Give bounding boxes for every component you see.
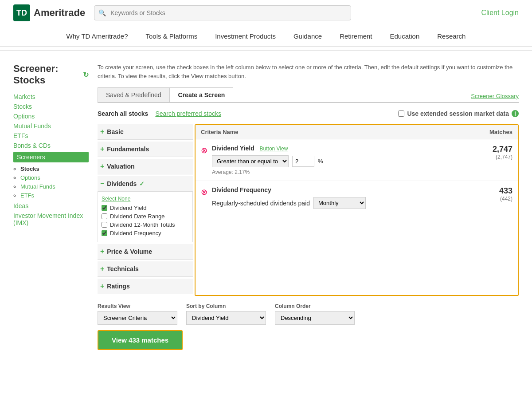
sidebar-item-stocks[interactable]: Stocks	[13, 103, 32, 110]
sidebar-item-etfs[interactable]: ETFs	[13, 132, 28, 139]
section-dividends-header[interactable]: − Dividends ✓	[98, 176, 193, 192]
page-title: Screener: Stocks ↻	[13, 63, 89, 86]
refresh-icon[interactable]: ↻	[83, 71, 89, 79]
nav-research[interactable]: Research	[437, 32, 466, 40]
dividend-frequency-checkbox[interactable]	[102, 230, 107, 236]
nav-why-td[interactable]: Why TD Ameritrade?	[66, 32, 128, 40]
sidebar-item-imx[interactable]: Investor Movement Index (IMX)	[13, 212, 83, 226]
sort-by-label: Sort by Column	[186, 303, 266, 309]
column-order-col: Column Order Descending Ascending	[275, 303, 355, 325]
section-valuation-header[interactable]: + Valuation	[98, 159, 193, 174]
search-bar[interactable]: 🔍	[94, 5, 351, 20]
sidebar-nav: Markets Stocks Options Mutual Funds ETFs…	[13, 93, 89, 226]
section-fundamentals: + Fundamentals	[98, 142, 193, 157]
dividend-frequency-select[interactable]: Monthly Quarterly Annually Semi-Annually	[313, 197, 366, 209]
sidebar-item-markets[interactable]: Markets	[13, 93, 35, 100]
expand-basic-icon: +	[100, 128, 104, 136]
section-technicals: + Technicals	[98, 261, 193, 277]
tab-create-screen[interactable]: Create a Screen	[170, 87, 234, 102]
content-area: Screener: Stocks ↻ Markets Stocks Option…	[0, 54, 532, 359]
section-price-volume-label: Price & Volume	[107, 248, 152, 255]
dividends-checked-icon: ✓	[139, 180, 145, 187]
dividend-yield-unit: %	[318, 158, 323, 165]
sort-by-col: Sort by Column Dividend Yield Dividend F…	[186, 303, 266, 325]
dividend-yield-value-input[interactable]	[292, 156, 314, 167]
section-valuation: + Valuation	[98, 159, 193, 174]
screener-layout: + Basic + Fundamentals + Valuation	[98, 124, 519, 296]
sidebar-sub-mutual-funds[interactable]: Mutual Funds	[20, 183, 55, 190]
dividend-yield-operator-select[interactable]: Greater than or equal to Less than or eq…	[212, 155, 289, 167]
header: TD Ameritrade 🔍 Client Login	[0, 0, 532, 26]
extended-session-checkbox[interactable]	[398, 110, 404, 117]
select-none-link[interactable]: Select None	[102, 196, 189, 202]
button-view-link[interactable]: Button View	[260, 146, 288, 152]
criteria-results-panel: Criteria Name Matches ⊗ Dividend Yield B…	[195, 124, 519, 296]
nav-investment[interactable]: Investment Products	[215, 32, 276, 40]
sidebar-item-ideas[interactable]: Ideas	[13, 202, 28, 209]
section-basic-label: Basic	[107, 128, 123, 135]
sidebar-item-bonds[interactable]: Bonds & CDs	[13, 142, 51, 149]
results-view-select[interactable]: Screener Criteria Summary Detailed	[98, 311, 177, 325]
checkbox-dividend-date-range: Dividend Date Range	[102, 213, 189, 220]
expand-ratings-icon: +	[100, 282, 104, 290]
criteria-results-header: Criteria Name Matches	[196, 125, 518, 139]
expand-price-volume-icon: +	[100, 248, 104, 256]
section-basic-header[interactable]: + Basic	[98, 124, 193, 140]
sidebar-sub-options[interactable]: Options	[20, 174, 40, 181]
dividend-date-range-checkbox[interactable]	[102, 213, 107, 219]
section-dividends-label: Dividends	[107, 180, 137, 187]
section-price-volume: + Price & Volume	[98, 244, 193, 260]
search-type-row: Search all stocks Search preferred stock…	[98, 110, 519, 117]
dividend-yield-checkbox[interactable]	[102, 205, 107, 211]
remove-dividend-yield-icon[interactable]: ⊗	[201, 146, 207, 155]
section-technicals-header[interactable]: + Technicals	[98, 261, 193, 277]
search-preferred-stocks-link[interactable]: Search preferred stocks	[155, 110, 221, 117]
search-input[interactable]	[94, 5, 351, 20]
sidebar-item-mutual-funds[interactable]: Mutual Funds	[13, 122, 51, 130]
results-view-col: Results View Screener Criteria Summary D…	[98, 303, 177, 325]
expand-fundamentals-icon: +	[100, 145, 104, 153]
tab-saved-predefined[interactable]: Saved & Predefined	[98, 87, 170, 102]
main-description: To create your screen, use the check box…	[98, 63, 519, 80]
nav-guidance[interactable]: Guidance	[293, 32, 322, 40]
screener-glossary-link[interactable]: Screener Glossary	[471, 93, 519, 102]
nav-tools[interactable]: Tools & Platforms	[145, 32, 197, 40]
dividend-frequency-matches: 433 (442)	[477, 186, 512, 202]
dividend-yield-avg: Average: 2.17%	[212, 169, 473, 175]
dividend-frequency-description: Regularly-scheduled dividends paid	[212, 200, 310, 207]
section-fundamentals-header[interactable]: + Fundamentals	[98, 142, 193, 157]
dividend-yield-matches: 2,747 (2,747)	[477, 145, 512, 160]
sidebar-item-screeners[interactable]: Screeners	[13, 152, 89, 162]
view-matches-button[interactable]: View 433 matches	[98, 330, 183, 350]
dividend-frequency-title: Dividend Frequency	[212, 186, 473, 193]
sort-by-select[interactable]: Dividend Yield Dividend Frequency Matche…	[186, 311, 266, 325]
criteria-item-dividend-frequency: ⊗ Dividend Frequency Regularly-scheduled…	[196, 181, 518, 216]
section-price-volume-header[interactable]: + Price & Volume	[98, 244, 193, 260]
nav-retirement[interactable]: Retirement	[340, 32, 372, 40]
column-order-label: Column Order	[275, 303, 355, 309]
section-ratings-header[interactable]: + Ratings	[98, 279, 193, 294]
info-icon[interactable]: i	[512, 110, 519, 117]
collapse-dividends-icon: −	[100, 180, 104, 188]
dividend-yield-title: Dividend Yield Button View	[212, 145, 473, 152]
tabs-bar: Saved & Predefined Create a Screen Scree…	[98, 87, 519, 103]
sidebar: Screener: Stocks ↻ Markets Stocks Option…	[13, 63, 89, 350]
section-basic: + Basic	[98, 124, 193, 140]
main-content: To create your screen, use the check box…	[89, 63, 519, 350]
dividend-yield-match-number: 2,747	[477, 145, 512, 154]
remove-dividend-frequency-icon[interactable]: ⊗	[201, 187, 207, 197]
results-view-label: Results View	[98, 303, 177, 309]
dividend-12month-label: Dividend 12-Month Totals	[110, 221, 175, 228]
sidebar-item-options[interactable]: Options	[13, 113, 35, 120]
sidebar-sub-etfs[interactable]: ETFs	[20, 192, 34, 199]
results-view-row: Results View Screener Criteria Summary D…	[98, 303, 519, 325]
client-login-link[interactable]: Client Login	[481, 9, 519, 17]
expand-valuation-icon: +	[100, 162, 104, 170]
sidebar-sub-stocks[interactable]: Stocks	[20, 166, 39, 172]
nav-education[interactable]: Education	[390, 32, 420, 40]
extended-session-row: Use extended session market data i	[398, 110, 519, 117]
column-order-select[interactable]: Descending Ascending	[275, 311, 355, 325]
criteria-matches-col-header: Matches	[489, 129, 512, 135]
sidebar-sub-nav: Stocks Options Mutual Funds ETFs	[13, 165, 89, 199]
dividend-12month-checkbox[interactable]	[102, 222, 107, 228]
